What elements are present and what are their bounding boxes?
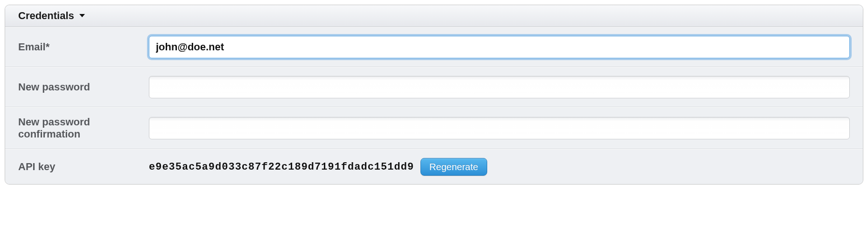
email-row: Email* <box>5 27 863 67</box>
new-password-confirmation-input[interactable] <box>149 117 850 139</box>
api-key-row: API key e9e35ac5a9d033c87f22c189d7191fda… <box>5 149 863 184</box>
api-key-value: e9e35ac5a9d033c87f22c189d7191fdadc151dd9 <box>149 161 414 173</box>
caret-down-icon <box>79 14 85 18</box>
email-input[interactable] <box>149 36 850 58</box>
new-password-confirmation-label: New password confirmation <box>18 116 149 140</box>
new-password-label: New password <box>18 81 149 93</box>
panel-title: Credentials <box>18 10 74 22</box>
new-password-input[interactable] <box>149 76 850 98</box>
email-label: Email* <box>18 41 149 53</box>
panel-header[interactable]: Credentials <box>5 5 863 27</box>
new-password-row: New password <box>5 67 863 107</box>
api-key-label: API key <box>18 161 149 173</box>
new-password-confirmation-row: New password confirmation <box>5 107 863 149</box>
credentials-panel: Credentials Email* New password New pass… <box>5 5 863 185</box>
regenerate-button[interactable]: Regenerate <box>420 158 487 176</box>
